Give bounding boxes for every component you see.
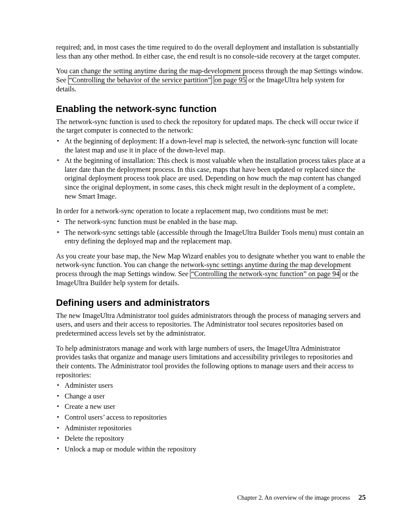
crossref-link[interactable]: on page 95 xyxy=(214,75,246,84)
list-item: Create a new user xyxy=(56,402,366,411)
list-text: Control users’ access to repositories xyxy=(65,413,167,421)
page-footer: Chapter 2. An overview of the image proc… xyxy=(237,493,366,502)
list-item: The network-sync settings table (accessi… xyxy=(56,228,366,246)
heading-defining-users: Defining users and administrators xyxy=(56,297,366,309)
heading-enabling-network-sync: Enabling the network-sync function xyxy=(56,103,366,115)
change-setting-paragraph: You can change the setting anytime durin… xyxy=(56,67,366,93)
define-paragraph-2: To help administrators manage and work w… xyxy=(56,344,366,380)
define-options-list: Administer usersChange a userCreate a ne… xyxy=(56,381,366,454)
crossref-link[interactable]: “Controlling the network-sync function” … xyxy=(190,269,340,278)
list-text: Administer repositories xyxy=(65,424,131,432)
list-item: At the beginning of installation: This c… xyxy=(56,156,366,201)
footer-chapter-label: Chapter 2. An overview of the image proc… xyxy=(237,494,350,501)
crossref-link[interactable]: “Controlling the behavior of the service… xyxy=(68,75,212,84)
enable-when-list: At the beginning of deployment: If a dow… xyxy=(56,137,366,201)
list-item: Administer users xyxy=(56,381,366,390)
list-item: The network-sync function must be enable… xyxy=(56,218,366,227)
page-content: required; and, in most cases the time re… xyxy=(56,43,366,460)
enable-intro: The network-sync function is used to che… xyxy=(56,118,366,135)
list-text: Change a user xyxy=(65,392,105,400)
list-text: Create a new user xyxy=(65,402,115,411)
list-text: Unlock a map or module within the reposi… xyxy=(65,445,196,453)
enable-closing-paragraph: As you create your base map, the New Map… xyxy=(56,252,366,288)
define-paragraph-1: The new ImageUltra Administrator tool gu… xyxy=(56,311,366,338)
list-item: At the beginning of deployment: If a dow… xyxy=(56,137,366,155)
list-text: Delete the repository xyxy=(65,434,124,442)
list-item: Control users’ access to repositories xyxy=(56,413,366,422)
list-text: At the beginning of deployment: If a dow… xyxy=(65,137,358,154)
list-item: Delete the repository xyxy=(56,434,366,443)
list-item: Unlock a map or module within the reposi… xyxy=(56,445,366,454)
list-item: Administer repositories xyxy=(56,424,366,433)
list-item: Change a user xyxy=(56,392,366,401)
continuation-paragraph: required; and, in most cases the time re… xyxy=(56,43,366,61)
enable-conditions-intro: In order for a network-sync operation to… xyxy=(56,207,366,216)
list-text: At the beginning of installation: This c… xyxy=(65,156,365,200)
list-text: The network-sync function must be enable… xyxy=(65,218,237,226)
list-text: The network-sync settings table (accessi… xyxy=(65,228,364,246)
list-text: Administer users xyxy=(65,381,113,389)
footer-page-number: 25 xyxy=(358,493,366,501)
enable-conditions-list: The network-sync function must be enable… xyxy=(56,218,366,246)
